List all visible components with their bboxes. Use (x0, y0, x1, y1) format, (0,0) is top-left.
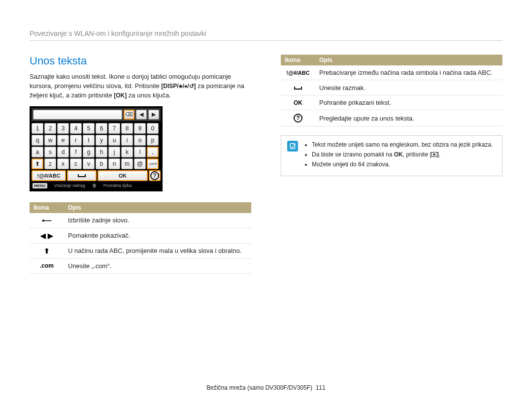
desc-cell: Pregledajte upute za unos teksta. (315, 110, 502, 126)
keyboard-bottom-row: !@#/ABC OK ? (32, 170, 161, 181)
ok-key[interactable]: OK (98, 170, 148, 181)
footer-text: Bežična mreža (samo DV300F/DV305F) (206, 384, 312, 391)
table-row: OK Pohranite prikazani tekst. (281, 95, 502, 110)
section-title: Unos teksta (30, 55, 251, 67)
key[interactable]: u (108, 135, 120, 146)
footer-return-label: Povratna tipka (103, 183, 132, 188)
space-icon (294, 87, 302, 90)
key[interactable]: f (70, 147, 82, 157)
key[interactable]: z (44, 158, 56, 169)
help-icon: ? (294, 114, 302, 123)
key[interactable]: o (134, 135, 146, 146)
key[interactable]: g (83, 147, 95, 157)
keyboard-grid: 1 2 3 4 5 6 7 8 9 0 q w e r t y (32, 123, 161, 169)
key[interactable]: y (96, 135, 107, 146)
dotcom-key[interactable]: .com (147, 158, 159, 169)
keyboard-input-row: ⌫ ◀ ▶ (32, 108, 161, 121)
key[interactable]: m (121, 158, 133, 169)
onscreen-keyboard: ⌫ ◀ ▶ 1 2 3 4 5 6 7 8 9 0 q (30, 106, 163, 191)
mode-toggle-icon: !@#/ABC (281, 65, 315, 80)
key[interactable]: 7 (108, 123, 120, 134)
key[interactable]: j (108, 147, 120, 157)
play-icon (432, 152, 437, 157)
key[interactable]: 2 (44, 123, 56, 134)
key[interactable]: 4 (70, 123, 82, 134)
intro-text: Saznajte kako unositi tekst. Ikone u don… (30, 72, 251, 100)
help-circle-icon: ? (281, 110, 315, 126)
text-field[interactable] (33, 110, 122, 120)
key[interactable]: h (96, 147, 107, 157)
space-key[interactable] (67, 170, 97, 181)
desc-cell: Izbrišite zadnje slovo. (64, 213, 251, 228)
key[interactable]: a (32, 147, 43, 157)
desc-cell: Pohranite prikazani tekst. (315, 95, 502, 110)
nav-keys-icon: [DISP/♣/♠/↺] (161, 82, 196, 91)
help-icon: ? (150, 171, 159, 180)
key[interactable]: w (44, 135, 56, 146)
key[interactable]: c (70, 158, 82, 169)
desc-cell: U načinu rada ABC, promijenite mala u ve… (64, 243, 251, 258)
cursor-left-icon[interactable]: ◀ (136, 110, 147, 120)
note-bold: OK (394, 151, 403, 158)
note-item: Da biste se izravno pomakli na OK, priti… (312, 151, 493, 158)
backspace-icon[interactable]: ⌫ (124, 110, 134, 120)
right-column: Ikona Opis !@#/ABC Prebacivanje između n… (281, 55, 502, 278)
key[interactable]: l (134, 147, 146, 157)
key[interactable]: v (83, 158, 95, 169)
key[interactable]: r (70, 135, 82, 146)
keyboard-row: ⬆ z x c v b n m @ .com (32, 158, 161, 169)
col-icon-header: Ikona (30, 202, 64, 213)
key[interactable]: b (96, 158, 107, 169)
shift-key[interactable]: ⬆ (32, 158, 43, 169)
keyboard-row: 1 2 3 4 5 6 7 8 9 0 (32, 123, 161, 134)
key[interactable]: d (57, 147, 69, 157)
ok-key-icon: [OK] (114, 92, 127, 100)
desc-cell: Prebacivanje između načina rada simbola … (315, 65, 502, 80)
ok-text-icon: OK (281, 95, 315, 110)
keyboard-row: a s d f g h j k l , (32, 147, 161, 157)
key[interactable]: s (44, 147, 56, 157)
key[interactable]: n (108, 158, 120, 169)
table-row: .com Unesite „.com“. (30, 258, 251, 273)
col-desc-header: Opis (64, 202, 251, 213)
left-column: Unos teksta Saznajte kako unositi tekst.… (30, 55, 251, 278)
key[interactable]: i (121, 135, 133, 146)
key[interactable]: 8 (121, 123, 133, 134)
key[interactable]: 0 (147, 123, 159, 134)
note-item: Tekst možete unijeti samo na engleskom, … (312, 141, 493, 149)
note-icon (287, 141, 298, 152)
table-row: ? Pregledajte upute za unos teksta. (281, 110, 502, 126)
col-icon-header: Ikona (281, 55, 315, 65)
key[interactable]: e (57, 135, 69, 146)
key[interactable]: , (147, 147, 159, 157)
key[interactable]: 6 (96, 123, 107, 134)
page-number: 111 (316, 384, 326, 391)
table-row: !@#/ABC Prebacivanje između načina rada … (281, 65, 502, 80)
col-desc-header: Opis (315, 55, 502, 65)
key[interactable]: q (32, 135, 43, 146)
cursor-arrows-icon: ◀ ▶ (30, 228, 64, 243)
keyboard-row: q w e r t y u i o p (32, 135, 161, 146)
help-key[interactable]: ? (149, 170, 161, 181)
icon-table-left: Ikona Opis ⟵ Izbrišite zadnje slovo. ◀ ▶… (30, 202, 251, 274)
note-text: Da biste se izravno pomakli na (312, 151, 394, 158)
key[interactable]: 9 (134, 123, 146, 134)
key[interactable]: x (57, 158, 69, 169)
key[interactable]: @ (134, 158, 146, 169)
shift-arrow-icon: ⬆ (30, 243, 64, 258)
key[interactable]: 1 (32, 123, 43, 134)
dotcom-icon: .com (30, 258, 64, 273)
note-box: Tekst možete unijeti samo na engleskom, … (281, 135, 502, 176)
key[interactable]: k (121, 147, 133, 157)
trash-icon (92, 183, 97, 188)
key[interactable]: p (147, 135, 159, 146)
table-row: ⟵ Izbrišite zadnje slovo. (30, 213, 251, 228)
key[interactable]: t (83, 135, 95, 146)
mode-toggle-key[interactable]: !@#/ABC (32, 170, 66, 181)
note-text: , pritisnite [ (403, 151, 432, 158)
breadcrumb: Povezivanje s WLAN-om i konfiguriranje m… (30, 30, 502, 41)
key[interactable]: 5 (83, 123, 95, 134)
key[interactable]: 3 (57, 123, 69, 134)
backspace-arrow-icon: ⟵ (30, 213, 64, 228)
cursor-right-icon[interactable]: ▶ (148, 110, 159, 120)
